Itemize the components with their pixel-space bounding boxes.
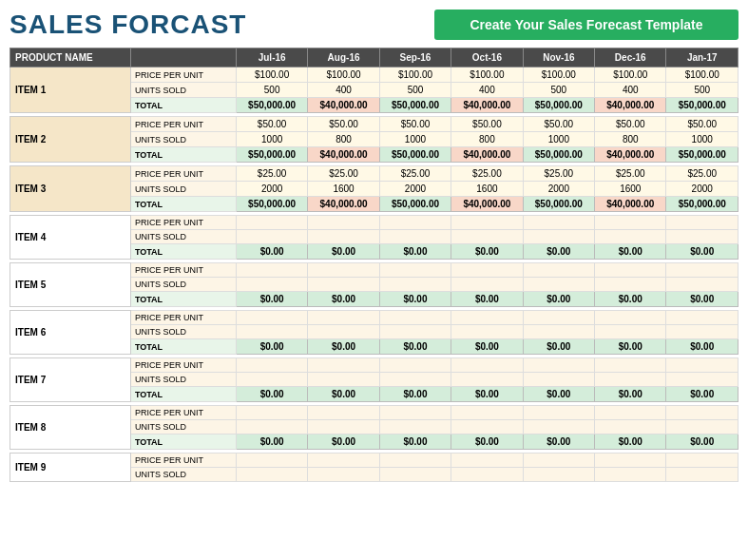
units-cell[interactable]: 800 xyxy=(451,132,523,147)
units-cell[interactable] xyxy=(523,373,594,387)
units-cell[interactable] xyxy=(451,325,523,339)
price-cell[interactable] xyxy=(523,311,594,325)
price-cell[interactable] xyxy=(666,454,738,468)
units-cell[interactable] xyxy=(236,373,307,387)
price-cell[interactable]: $25.00 xyxy=(595,166,666,182)
units-cell[interactable] xyxy=(379,420,451,434)
price-cell[interactable] xyxy=(236,311,307,325)
units-cell[interactable] xyxy=(236,468,307,482)
units-cell[interactable] xyxy=(451,468,523,482)
units-cell[interactable] xyxy=(666,373,738,387)
price-cell[interactable]: $50.00 xyxy=(308,117,379,132)
price-cell[interactable] xyxy=(595,311,666,325)
units-cell[interactable]: 500 xyxy=(236,83,307,98)
price-cell[interactable]: $50.00 xyxy=(595,117,666,132)
price-cell[interactable]: $50.00 xyxy=(666,117,738,132)
price-cell[interactable] xyxy=(379,216,451,230)
price-cell[interactable] xyxy=(308,406,379,420)
units-cell[interactable] xyxy=(595,325,666,339)
units-cell[interactable]: 2000 xyxy=(523,182,594,197)
units-cell[interactable]: 500 xyxy=(523,83,594,98)
price-cell[interactable] xyxy=(666,263,738,278)
price-cell[interactable]: $50.00 xyxy=(523,117,594,132)
units-cell[interactable] xyxy=(595,420,666,434)
price-cell[interactable]: $25.00 xyxy=(666,166,738,182)
price-cell[interactable] xyxy=(308,454,379,468)
units-cell[interactable]: 2000 xyxy=(379,182,451,197)
units-cell[interactable] xyxy=(666,230,738,244)
units-cell[interactable] xyxy=(236,420,307,434)
price-cell[interactable] xyxy=(595,216,666,230)
price-cell[interactable]: $25.00 xyxy=(236,166,307,182)
units-cell[interactable] xyxy=(236,230,307,244)
price-cell[interactable] xyxy=(308,358,379,373)
units-cell[interactable] xyxy=(523,230,594,244)
units-cell[interactable] xyxy=(308,278,379,292)
units-cell[interactable] xyxy=(595,468,666,482)
units-cell[interactable]: 1000 xyxy=(379,132,451,147)
units-cell[interactable]: 1600 xyxy=(451,182,523,197)
units-cell[interactable] xyxy=(308,230,379,244)
units-cell[interactable] xyxy=(523,468,594,482)
units-cell[interactable] xyxy=(308,420,379,434)
units-cell[interactable] xyxy=(451,278,523,292)
units-cell[interactable]: 2000 xyxy=(666,182,738,197)
units-cell[interactable] xyxy=(308,373,379,387)
price-cell[interactable] xyxy=(236,263,307,278)
price-cell[interactable] xyxy=(523,454,594,468)
price-cell[interactable]: $100.00 xyxy=(308,68,379,83)
price-cell[interactable] xyxy=(666,358,738,373)
price-cell[interactable] xyxy=(451,406,523,420)
units-cell[interactable] xyxy=(595,278,666,292)
price-cell[interactable] xyxy=(379,406,451,420)
units-cell[interactable]: 400 xyxy=(308,83,379,98)
price-cell[interactable] xyxy=(379,454,451,468)
price-cell[interactable]: $100.00 xyxy=(666,68,738,83)
units-cell[interactable]: 1600 xyxy=(308,182,379,197)
price-cell[interactable] xyxy=(451,263,523,278)
units-cell[interactable] xyxy=(379,373,451,387)
price-cell[interactable] xyxy=(451,311,523,325)
units-cell[interactable] xyxy=(236,278,307,292)
price-cell[interactable] xyxy=(595,263,666,278)
price-cell[interactable]: $25.00 xyxy=(523,166,594,182)
price-cell[interactable] xyxy=(379,358,451,373)
units-cell[interactable]: 1000 xyxy=(666,132,738,147)
units-cell[interactable] xyxy=(523,325,594,339)
units-cell[interactable] xyxy=(451,420,523,434)
units-cell[interactable] xyxy=(523,420,594,434)
price-cell[interactable] xyxy=(666,216,738,230)
price-cell[interactable]: $50.00 xyxy=(236,117,307,132)
units-cell[interactable] xyxy=(379,468,451,482)
price-cell[interactable] xyxy=(595,406,666,420)
price-cell[interactable] xyxy=(666,311,738,325)
units-cell[interactable] xyxy=(379,230,451,244)
price-cell[interactable] xyxy=(451,454,523,468)
price-cell[interactable] xyxy=(236,454,307,468)
units-cell[interactable] xyxy=(308,325,379,339)
price-cell[interactable] xyxy=(308,263,379,278)
price-cell[interactable] xyxy=(523,263,594,278)
units-cell[interactable]: 1000 xyxy=(523,132,594,147)
price-cell[interactable]: $25.00 xyxy=(451,166,523,182)
price-cell[interactable]: $100.00 xyxy=(595,68,666,83)
units-cell[interactable]: 2000 xyxy=(236,182,307,197)
price-cell[interactable] xyxy=(236,406,307,420)
price-cell[interactable] xyxy=(523,216,594,230)
price-cell[interactable]: $100.00 xyxy=(523,68,594,83)
price-cell[interactable] xyxy=(379,311,451,325)
units-cell[interactable] xyxy=(666,420,738,434)
units-cell[interactable] xyxy=(595,230,666,244)
units-cell[interactable]: 500 xyxy=(666,83,738,98)
price-cell[interactable] xyxy=(523,358,594,373)
units-cell[interactable] xyxy=(666,325,738,339)
units-cell[interactable]: 500 xyxy=(379,83,451,98)
units-cell[interactable]: 800 xyxy=(308,132,379,147)
units-cell[interactable] xyxy=(451,373,523,387)
units-cell[interactable] xyxy=(595,373,666,387)
price-cell[interactable] xyxy=(523,406,594,420)
price-cell[interactable] xyxy=(308,311,379,325)
price-cell[interactable] xyxy=(595,358,666,373)
price-cell[interactable]: $100.00 xyxy=(451,68,523,83)
price-cell[interactable] xyxy=(379,263,451,278)
